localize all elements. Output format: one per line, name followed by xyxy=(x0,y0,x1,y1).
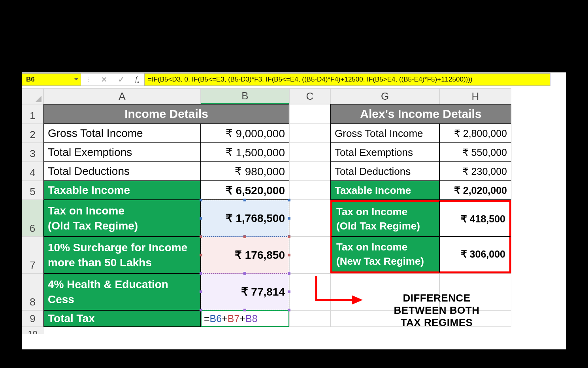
cell-C7[interactable] xyxy=(289,237,330,273)
confirm-icon[interactable]: ✓ xyxy=(118,74,125,85)
cell-A5[interactable]: Taxable Income xyxy=(43,181,201,200)
cell-H5[interactable]: ₹ 2,020,000 xyxy=(439,181,511,200)
row-header-9[interactable]: 9 xyxy=(22,310,43,327)
cell-G1[interactable]: Alex's Income Details xyxy=(330,104,511,124)
cell-A3[interactable]: Total Exemptions xyxy=(43,143,201,162)
cell-C4[interactable] xyxy=(289,162,330,181)
cell-G6[interactable]: Tax on Income (Old Tax Regime) xyxy=(330,200,439,237)
cell-G5[interactable]: Taxable Income xyxy=(330,181,439,200)
cell-G2[interactable]: Gross Total Income xyxy=(330,124,439,143)
row-header-1[interactable]: 1 xyxy=(22,104,43,124)
col-header-B[interactable]: B xyxy=(201,88,289,104)
cell-B8[interactable]: ₹ 77,814 xyxy=(201,273,289,310)
cell-B7[interactable]: ₹ 176,850 xyxy=(201,237,289,273)
cell-G3[interactable]: Total Exemptions xyxy=(330,143,439,162)
row-header-4[interactable]: 4 xyxy=(22,162,43,181)
row-header-8[interactable]: 8 xyxy=(22,273,43,310)
cell-A9[interactable]: Total Tax xyxy=(43,310,201,327)
cell-H4[interactable]: ₹ 230,000 xyxy=(439,162,511,181)
name-box-value: B6 xyxy=(26,76,35,83)
cell-H2[interactable]: ₹ 2,800,000 xyxy=(439,124,511,143)
cell-C6[interactable] xyxy=(289,200,330,237)
cell-B2[interactable]: ₹ 9,000,000 xyxy=(201,124,289,143)
row-header-7[interactable]: 7 xyxy=(22,237,43,273)
cell-C1[interactable] xyxy=(289,104,330,124)
row-header-5[interactable]: 5 xyxy=(22,181,43,200)
cell-A4[interactable]: Total Deductions xyxy=(43,162,201,181)
select-all-corner[interactable] xyxy=(22,88,43,104)
row-header-6[interactable]: 6 xyxy=(22,200,43,237)
cell-C9[interactable] xyxy=(289,310,330,327)
cell-H7[interactable]: ₹ 306,000 xyxy=(439,237,511,273)
cell-B3[interactable]: ₹ 1,500,000 xyxy=(201,143,289,162)
cell-A6[interactable]: Tax on Income (Old Tax Regime) xyxy=(43,200,201,237)
cell-A8[interactable]: 4% Health & Education Cess xyxy=(43,273,201,310)
cell-C2[interactable] xyxy=(289,124,330,143)
cell-H3[interactable]: ₹ 550,000 xyxy=(439,143,511,162)
cell-B5[interactable]: ₹ 6,520,000 xyxy=(201,181,289,200)
col-header-H[interactable]: H xyxy=(439,88,511,104)
row-header-2[interactable]: 2 xyxy=(22,124,43,143)
row-header-10[interactable]: 10 xyxy=(22,327,43,334)
cell-G7[interactable]: Tax on Income (New Tax Regime) xyxy=(330,237,439,273)
cell-B6[interactable]: ₹ 1,768,500 xyxy=(201,200,289,237)
annotation-text: DIFFERENCE BETWEEN BOTH TAX REGIMES xyxy=(366,292,508,329)
formula-input[interactable]: =IF(B5<D3, 0, IF(B5<=E3, (B5-D3)*F3, IF(… xyxy=(144,73,550,86)
cell-A2[interactable]: Gross Total Income xyxy=(43,124,201,143)
cell-A1[interactable]: Income Details xyxy=(43,104,289,124)
cell-C8[interactable] xyxy=(289,273,330,310)
cell-H6[interactable]: ₹ 418,500 xyxy=(439,200,511,237)
formula-bar-controls: ⋮ ✕ ✓ fx xyxy=(81,73,144,86)
cancel-icon[interactable]: ✕ xyxy=(101,75,107,84)
col-header-A[interactable]: A xyxy=(43,88,201,104)
cell-C3[interactable] xyxy=(289,143,330,162)
cell-A7[interactable]: 10% Surcharge for Income more than 50 La… xyxy=(43,237,201,273)
grip-icon: ⋮ xyxy=(86,76,90,83)
chevron-down-icon[interactable] xyxy=(74,78,78,80)
cell-G4[interactable]: Total Deductions xyxy=(330,162,439,181)
cell-B4[interactable]: ₹ 980,000 xyxy=(201,162,289,181)
formula-text: =IF(B5<D3, 0, IF(B5<=E3, (B5-D3)*F3, IF(… xyxy=(148,76,473,83)
cell-B9[interactable]: =B6+B7+B8 xyxy=(201,310,289,327)
name-box[interactable]: B6 xyxy=(22,73,81,86)
cell-C5[interactable] xyxy=(289,181,330,200)
row-header-3[interactable]: 3 xyxy=(22,143,43,162)
col-header-G[interactable]: G xyxy=(330,88,439,104)
col-header-C[interactable]: C xyxy=(289,88,330,104)
fx-icon[interactable]: fx xyxy=(136,76,139,83)
svg-marker-0 xyxy=(35,96,41,102)
